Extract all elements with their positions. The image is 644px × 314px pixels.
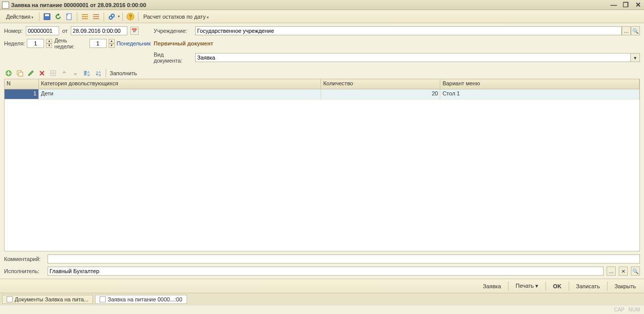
col-header-category[interactable]: Категория довольствующихся — [39, 79, 321, 89]
sort-desc-icon[interactable]: AЯ — [93, 69, 102, 78]
move-down-icon[interactable] — [71, 69, 80, 78]
org-label: Учреждение: — [154, 28, 192, 34]
save-button[interactable]: Записать — [572, 282, 604, 290]
status-bar: CAP NUM — [0, 305, 644, 314]
add-row-icon[interactable] — [4, 69, 13, 78]
cell-n[interactable]: 1 — [5, 89, 39, 99]
col-header-qty[interactable]: Количество — [321, 79, 440, 89]
help-icon[interactable]: ? — [125, 12, 135, 22]
window-title: Заявка на питание 00000001 от 28.09.2016… — [11, 2, 146, 8]
ok-button[interactable]: OK — [549, 282, 566, 290]
sort-asc-icon[interactable]: AЯ — [82, 69, 91, 78]
move-up-icon[interactable] — [60, 69, 69, 78]
performer-label: Исполнитель: — [4, 268, 44, 274]
org-input[interactable] — [195, 26, 622, 35]
grid-body[interactable]: 1 Дети 20 Стол 1 — [5, 89, 639, 251]
tab-documents[interactable]: Документы Заявка на пита... — [2, 295, 93, 304]
data-grid: N Категория довольствующихся Количество … — [4, 79, 640, 251]
week-label: Неделя: — [4, 40, 25, 46]
cell-category[interactable]: Дети — [39, 89, 321, 99]
primary-doc-heading: Первичный документ — [154, 40, 213, 46]
table-row[interactable]: 1 Дети 20 Стол 1 — [5, 89, 639, 99]
cell-qty[interactable]: 20 — [321, 89, 440, 99]
week-spinner[interactable]: ▲▼ — [46, 39, 52, 48]
tab-label: Заявка на питание 0000...:00 — [108, 296, 182, 302]
bottom-fields: Комментарий: Исполнитель: … ✕ 🔍 — [0, 251, 644, 279]
svg-text:Я: Я — [99, 74, 101, 77]
col-header-n[interactable]: N — [5, 79, 39, 89]
date-label: от — [62, 28, 68, 34]
svg-text:?: ? — [129, 14, 132, 20]
edit-row-icon[interactable] — [26, 69, 35, 78]
close-form-button[interactable]: Закрыть — [611, 282, 640, 290]
svg-rect-5 — [82, 18, 88, 19]
link-icon[interactable] — [107, 12, 117, 22]
document-icon — [100, 296, 106, 302]
performer-input[interactable] — [48, 267, 604, 276]
document-icon — [7, 296, 13, 302]
actions-menu[interactable]: Действия — [3, 14, 36, 20]
date-input[interactable] — [71, 26, 127, 35]
number-input[interactable] — [26, 26, 59, 35]
performer-clear-icon[interactable]: ✕ — [619, 267, 628, 276]
performer-search-icon[interactable]: 🔍 — [631, 267, 640, 276]
main-toolbar: Действия ▾ ? Расчет остатков по дату — [0, 10, 644, 23]
dayofweek-spinner[interactable]: ▲▼ — [109, 39, 115, 48]
doc-type-label: Вид документа: — [154, 51, 192, 64]
status-cap: CAP — [614, 307, 625, 312]
fill-button[interactable]: Заполнить — [110, 70, 137, 76]
window-controls: — ❐ ✕ — [610, 1, 642, 9]
cell-menu[interactable]: Стол 1 — [440, 89, 639, 99]
svg-rect-15 — [19, 72, 23, 76]
doc-type-dropdown[interactable] — [195, 53, 631, 62]
svg-rect-1 — [45, 14, 49, 16]
comment-label: Комментарий: — [4, 256, 44, 262]
close-button[interactable]: ✕ — [634, 1, 642, 9]
tabs-bar: Документы Заявка на пита... Заявка на пи… — [0, 293, 644, 305]
grid-toolbar: AЯ AЯ Заполнить — [0, 67, 644, 79]
week-input[interactable] — [27, 39, 44, 48]
refresh-icon[interactable] — [53, 12, 63, 22]
grid-header: N Категория довольствующихся Количество … — [5, 79, 639, 89]
footer-bar: Заявка Печать ▾ OK Записать Закрыть — [0, 279, 644, 293]
col-header-menu[interactable]: Вариант меню — [440, 79, 639, 89]
grid-icon[interactable] — [49, 69, 58, 78]
svg-text:Я: Я — [87, 74, 89, 77]
form-area: Номер: от 📅 Учреждение: … 🔍 Неделя: ▲▼ Д… — [0, 23, 644, 67]
performer-select-button[interactable]: … — [607, 267, 616, 276]
comment-input[interactable] — [48, 254, 640, 264]
number-label: Номер: — [4, 28, 23, 34]
calc-button[interactable]: Расчет остатков по дату — [141, 14, 212, 20]
list-icon[interactable] — [80, 12, 90, 22]
svg-rect-6 — [93, 14, 99, 15]
print-button[interactable]: Печать ▾ — [512, 282, 542, 290]
delete-row-icon[interactable] — [37, 69, 47, 78]
tab-current[interactable]: Заявка на питание 0000...:00 — [95, 295, 187, 304]
minimize-button[interactable]: — — [610, 1, 618, 9]
svg-rect-7 — [93, 16, 99, 17]
org-select-button[interactable]: … — [622, 26, 631, 35]
dropdown-arrow-icon[interactable]: ▾ — [631, 53, 640, 62]
status-num: NUM — [628, 307, 640, 312]
svg-rect-4 — [82, 16, 88, 17]
copy-row-icon[interactable] — [15, 69, 24, 78]
titlebar: Заявка на питание 00000001 от 28.09.2016… — [0, 0, 644, 10]
svg-point-10 — [111, 14, 114, 17]
tab-label: Документы Заявка на пита... — [15, 296, 88, 302]
dayofweek-name-link[interactable]: Понедельник — [117, 40, 151, 46]
maximize-button[interactable]: ❐ — [622, 1, 630, 9]
calendar-icon[interactable]: 📅 — [130, 27, 139, 35]
svg-rect-3 — [82, 14, 88, 15]
document-icon-tb[interactable] — [64, 12, 74, 22]
zayavka-button[interactable]: Заявка — [479, 282, 505, 290]
dayofweek-input[interactable] — [89, 39, 107, 48]
dayofweek-label: День недели: — [54, 37, 87, 49]
org-search-icon[interactable]: 🔍 — [631, 26, 640, 35]
save-icon[interactable] — [42, 12, 52, 22]
svg-rect-8 — [93, 18, 99, 19]
list2-icon[interactable] — [91, 12, 101, 22]
document-icon — [2, 2, 9, 9]
